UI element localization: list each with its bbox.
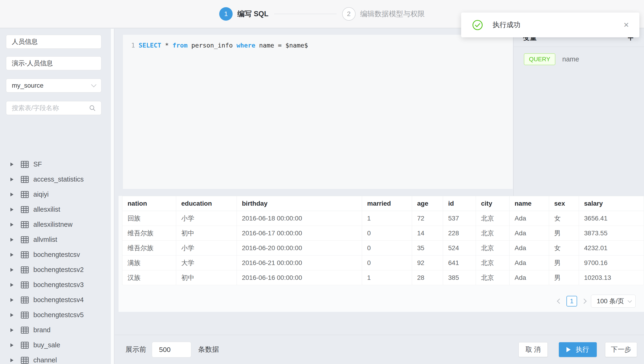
row-limit-input[interactable]: 500 [152,342,191,357]
chevron-down-icon [91,82,96,87]
search-placeholder: 搜索表/字段名称 [12,104,89,112]
success-check-icon [472,20,483,30]
table-cell: 初中 [176,270,237,285]
table-cell: 男 [549,256,579,270]
sidebar-table-item[interactable]: aiqiyi [0,187,111,202]
next-page-icon[interactable] [581,299,586,304]
table-name: bochengtestcsv3 [33,281,84,289]
variable-type-tag: QUERY [524,53,555,65]
table-icon [21,236,29,243]
table-cell: 2016-06-18 00:00:00 [237,211,362,226]
table-name: allesxilist [33,206,60,213]
limit-suffix-label: 条数据 [198,345,219,354]
table-name: brand [33,326,50,334]
dataset-display-name-input[interactable]: 演示-人员信息 [6,56,102,70]
table-name: bochengtestcsv2 [33,266,84,274]
table-cell: 0 [362,256,412,270]
dataset-name-input[interactable]: 人员信息 [6,35,102,49]
table-name: bochengtestcsv4 [33,296,84,304]
table-name: access_statistics [33,175,84,183]
expand-caret-icon[interactable] [10,328,14,332]
table-cell: 0 [362,226,412,241]
sidebar-table-item[interactable]: bochengtestcsv [0,247,111,262]
table-icon [21,161,29,168]
table-cell: 1 [362,270,412,285]
expand-caret-icon[interactable] [10,358,14,362]
table-cell: 2016-06-21 00:00:00 [237,256,362,270]
variable-item[interactable]: QUERYname [524,53,644,65]
table-cell: 男 [549,226,579,241]
results-table: nationeducationbirthdaymarriedageidcityn… [122,196,644,285]
sidebar-table-item[interactable]: access_statistics [0,172,111,187]
step-1-label: 编写 SQL [237,9,268,19]
datasource-select[interactable]: my_source [6,79,102,93]
column-header: name [510,196,549,211]
expand-caret-icon[interactable] [10,313,14,317]
table-cell: 小学 [176,241,237,256]
sidebar-scrollbar[interactable] [111,29,114,364]
sidebar-table-item[interactable]: SF [0,157,111,172]
sidebar-table-item[interactable]: allesxilist [0,202,111,217]
toast-close-icon[interactable]: ✕ [624,22,629,29]
table-icon [21,281,29,288]
sidebar-table-item[interactable]: bochengtestcsv4 [0,292,111,307]
table-cell: 4232.01 [579,241,644,256]
next-step-button[interactable]: 下一步 [605,342,637,357]
current-page-button[interactable]: 1 [566,296,577,306]
table-icon [21,266,29,273]
sidebar-table-item[interactable]: allvmlist [0,232,111,247]
search-icon [89,105,96,111]
expand-caret-icon[interactable] [10,298,14,302]
step-1-indicator: 1 [219,7,233,21]
table-cell: 0 [362,241,412,256]
execute-button[interactable]: 执行 [559,342,597,357]
expand-caret-icon[interactable] [10,177,14,181]
expand-caret-icon[interactable] [10,268,14,272]
search-input[interactable]: 搜索表/字段名称 [6,101,102,115]
table-cell: 524 [443,241,476,256]
table-cell: 35 [412,241,443,256]
expand-caret-icon[interactable] [10,238,14,242]
cancel-button[interactable]: 取 消 [518,342,548,357]
variable-name: name [562,55,579,63]
table-cell: 14 [412,226,443,241]
sidebar-table-item[interactable]: allesxilistnew [0,217,111,232]
step-1: 1 编写 SQL [219,7,268,21]
table-name: buy_sale [33,341,60,349]
results-panel: nationeducationbirthdaymarriedageidcityn… [118,196,644,312]
prev-page-icon[interactable] [557,299,562,304]
execute-button-label: 执行 [576,345,589,354]
expand-caret-icon[interactable] [10,208,14,212]
table-name: bochengtestcsv5 [33,311,84,319]
page-size-select[interactable]: 100 条/页 [591,295,636,308]
table-icon [21,251,29,258]
table-cell: 228 [443,226,476,241]
sidebar-table-item[interactable]: bochengtestcsv5 [0,307,111,322]
table-icon [21,191,29,198]
table-icon [21,327,29,334]
row-limit-value: 500 [159,346,170,353]
sidebar-table-item[interactable]: bochengtestcsv2 [0,262,111,277]
table-cell: Ada [510,241,549,256]
sidebar-table-item[interactable]: channel [0,353,111,364]
line-number: 1 [123,42,135,49]
table-cell: 28 [412,270,443,285]
expand-caret-icon[interactable] [10,253,14,257]
footer-bar: 展示前 500 条数据 取 消 执行 下一步 [114,335,644,364]
sql-editor[interactable]: 1 SELECT * from person_info where name =… [123,35,513,189]
expand-caret-icon[interactable] [10,223,14,227]
table-cell: 3873.55 [579,226,644,241]
sidebar-table-item[interactable]: buy_sale [0,337,111,353]
sidebar-table-item[interactable]: bochengtestcsv3 [0,277,111,292]
sidebar-table-item[interactable]: brand [0,322,111,337]
expand-caret-icon[interactable] [10,193,14,196]
table-cell: Ada [510,226,549,241]
table-cell: 维吾尔族 [122,241,176,256]
play-icon [566,347,570,352]
table-cell: 小学 [176,211,237,226]
expand-caret-icon[interactable] [10,162,14,166]
expand-caret-icon[interactable] [10,343,14,347]
column-header: id [443,196,476,211]
table-cell: 1 [362,211,412,226]
expand-caret-icon[interactable] [10,283,14,287]
